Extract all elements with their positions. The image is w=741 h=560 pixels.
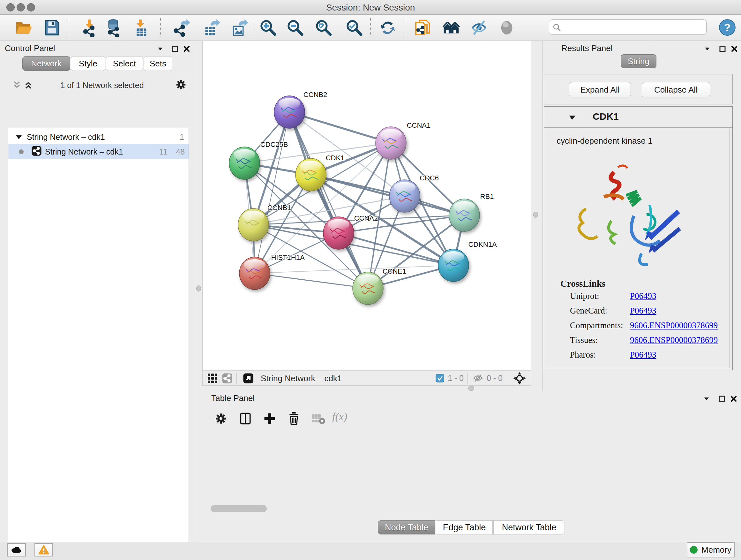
crosslink-link[interactable]: P06493 [630,306,657,316]
string-network-badge-icon[interactable] [222,373,232,384]
network-label: String Network – cdk1 [45,147,123,157]
collapse-all-networks-icon[interactable] [12,80,22,91]
crosslink-link[interactable]: P06493 [630,291,657,301]
network-options-gear-icon[interactable] [175,78,187,92]
zoom-out-icon[interactable] [286,19,304,37]
network-graph[interactable]: CCNB2CCNA1CDC25BCDK1CDC6RB1CCNB1CCNA2CDK… [203,41,531,370]
selected-node-edge-counts: 1 - 0 [448,374,464,383]
apply-layout-icon[interactable] [379,19,397,37]
open-in-window-icon[interactable] [243,373,254,384]
graph-node-label-CDKN1A: CDKN1A [468,240,497,248]
expand-all-button[interactable]: Expand All [569,82,631,98]
memory-label: Memory [701,545,731,555]
graph-edge-CDKN1A-HIST1H1A[interactable] [255,265,454,273]
show-selection-icon[interactable] [498,19,516,37]
zoom-fit-icon[interactable] [314,19,332,37]
zoom-in-icon[interactable] [259,19,277,37]
table-options-gear-icon[interactable] [214,412,227,427]
tab-select[interactable]: Select [106,56,143,71]
create-column-icon[interactable] [263,411,277,427]
gene-section-header[interactable]: CDK1 [544,107,732,128]
search-box [549,19,706,35]
warnings-button[interactable] [35,543,53,557]
hide-selection-icon[interactable] [470,19,488,37]
window-title: Session: New Session [0,3,741,13]
control-panel: Control Panel Network Style Select Sets … [0,41,195,542]
status-bar: Memory [0,542,741,560]
tab-network-table[interactable]: Network Table [493,520,565,535]
crosslink-link[interactable]: 9606.ENSP00000378699 [630,335,718,345]
crosslink-label: Uniprot: [570,291,599,301]
panel-menu-icon[interactable] [702,44,712,54]
graph-node-label-CCNB2: CCNB2 [304,91,327,99]
graph-edge-CCNB2-CCNE1[interactable] [289,112,368,288]
import-network-database-icon[interactable] [105,19,123,37]
memory-button[interactable]: Memory [687,542,735,557]
panel-float-icon[interactable] [718,44,727,54]
network-collection-row[interactable]: String Network – cdk1 1 [8,130,189,144]
network-canvas[interactable]: CCNB2CCNA1CDC25BCDK1CDC6RB1CCNB1CCNA2CDK… [202,41,531,370]
grid-view-icon[interactable] [207,373,218,384]
collapse-all-button[interactable]: Collapse All [642,82,710,98]
panel-close-icon[interactable] [182,44,192,54]
import-table-file-icon[interactable] [132,19,150,37]
network-tree: String Network – cdk1 1 String Network –… [8,128,189,560]
save-session-icon[interactable] [43,19,61,37]
open-session-icon[interactable] [15,19,32,37]
hidden-eye-icon[interactable] [473,373,483,384]
tab-node-table[interactable]: Node Table [378,520,435,535]
function-builder-icon-disabled: f(x) [332,411,347,423]
tab-string-results[interactable]: String [621,54,657,68]
network-view-title: String Network – cdk1 [261,374,342,383]
import-network-file-icon[interactable] [81,19,99,37]
panel-menu-icon[interactable] [155,44,165,54]
help-icon[interactable]: ? [719,19,736,36]
right-splitter-handle[interactable] [533,212,538,218]
birds-eye-view-icon[interactable] [513,372,526,386]
left-splitter-handle[interactable] [196,286,201,292]
graph-node-label-CDC25B: CDC25B [260,140,288,148]
zoom-selected-icon[interactable] [345,19,363,37]
panel-float-icon[interactable] [717,394,727,403]
hidden-node-edge-counts: 0 - 0 [487,374,502,383]
graph-node-CDK1[interactable]: CDK1 [295,154,344,191]
cloud-status-button[interactable] [7,543,26,557]
graph-node-label-HIST1H1A: HIST1H1A [271,253,305,261]
export-image-icon[interactable] [230,19,248,37]
delete-column-icon[interactable] [287,411,301,427]
clone-network-icon[interactable] [414,19,431,37]
results-buttons-box: Expand All Collapse All [544,74,733,105]
table-horizontal-scrollbar[interactable] [211,505,267,512]
home-panels-icon[interactable] [442,19,460,37]
graph-node-RB1[interactable]: RB1 [449,192,494,232]
graph-node-label-RB1: RB1 [480,192,494,200]
export-network-icon[interactable] [172,19,190,37]
graph-node-CCNB2[interactable]: CCNB2 [274,91,327,128]
expand-all-networks-icon[interactable] [23,80,33,91]
tab-network[interactable]: Network [22,56,70,71]
tab-sets[interactable]: Sets [144,56,172,71]
panel-menu-icon[interactable] [702,394,711,403]
panel-close-icon[interactable] [729,394,738,403]
graph-edge-HIST1H1A-CCNE1[interactable] [255,273,368,288]
export-table-icon[interactable] [202,19,220,37]
network-view-toolbar: String Network – cdk1 1 - 0 0 - 0 [202,370,531,386]
gene-name: CDK1 [593,111,619,122]
section-collapse-icon[interactable] [568,114,576,122]
tab-style[interactable]: Style [71,56,105,71]
bottom-splitter-handle[interactable] [468,386,474,391]
network-row-selected[interactable]: String Network – cdk1 11 48 [8,144,189,159]
graph-node-CCNA1[interactable]: CCNA1 [376,121,430,159]
tab-edge-table[interactable]: Edge Table [436,520,493,535]
graph-edge-CCNB2-CCNA1[interactable] [289,112,391,143]
collection-expander-icon[interactable] [15,132,22,142]
crosslink-link[interactable]: 9606.ENSP00000378699 [630,320,718,330]
crosslink-link[interactable]: P06493 [630,350,657,360]
panel-float-icon[interactable] [170,44,180,54]
selected-checkbox-icon[interactable] [435,374,444,384]
show-columns-icon[interactable] [239,411,253,427]
panel-close-icon[interactable] [730,44,739,54]
delete-table-icon-disabled [311,413,326,427]
search-input[interactable] [564,21,701,33]
graph-node-CDKN1A[interactable]: CDKN1A [438,240,497,282]
